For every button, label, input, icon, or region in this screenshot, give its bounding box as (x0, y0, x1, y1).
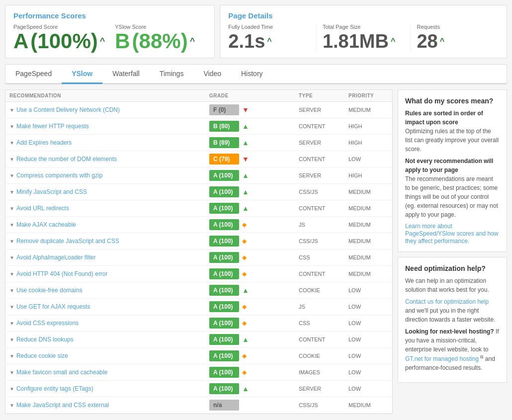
pagespeed-grade: A (13, 31, 28, 52)
rec-link[interactable]: Make fewer HTTP requests (16, 123, 89, 130)
rec-link[interactable]: Remove duplicate JavaScript and CSS (16, 238, 119, 245)
rec-link[interactable]: Use a Content Delivery Network (CDN) (16, 106, 120, 113)
priority-cell: LOW (348, 304, 388, 310)
toggle-arrow[interactable]: ▼ (9, 189, 14, 195)
help-title: Need optimization help? (405, 264, 500, 272)
toggle-arrow[interactable]: ▼ (9, 140, 14, 146)
priority-cell: MEDIUM (348, 222, 388, 228)
rec-link[interactable]: Reduce cookie size (16, 352, 68, 359)
gtnet-link[interactable]: GT.net for managed hosting (405, 355, 479, 362)
toggle-arrow[interactable]: ▼ (9, 157, 14, 162)
rec-cell: ▼ Avoid AlphaImageLoader filter (9, 254, 209, 261)
yslow-value: B (88%) ^ (115, 31, 195, 52)
rec-link[interactable]: Configure entity tags (ETags) (16, 385, 93, 392)
table-row: ▼ Remove duplicate JavaScript and CSS A … (5, 233, 392, 250)
requests-block: Requests 28 ^ (417, 24, 499, 51)
page-size-label: Total Page Size (323, 24, 405, 30)
scores-learn-link[interactable]: Learn more about PageSpeed/YSlow scores … (405, 223, 498, 245)
rec-cell: ▼ Make JavaScript and CSS external (9, 402, 209, 409)
rec-link[interactable]: Compress components with gzip (16, 172, 102, 179)
toggle-arrow[interactable]: ▼ (9, 124, 14, 129)
toggle-arrow[interactable]: ▼ (9, 321, 14, 326)
grade-up-icon: ▲ (242, 336, 249, 343)
grade-bar: B (80) (209, 121, 239, 132)
rec-link[interactable]: Make JavaScript and CSS external (16, 402, 109, 409)
tabs-row: PageSpeed YSlow Waterfall Timings Video … (5, 65, 507, 84)
rec-cell: ▼ Avoid URL redirects (9, 205, 209, 212)
rec-link[interactable]: Make AJAX cacheable (16, 221, 76, 228)
grade-cell: A (100) ▲ (209, 383, 299, 394)
rec-link[interactable]: Avoid HTTP 404 (Not Found) error (16, 270, 108, 277)
priority-cell: LOW (348, 386, 388, 392)
rec-link[interactable]: Make favicon small and cacheable (16, 369, 107, 376)
grade-diamond-icon: ◆ (242, 254, 247, 261)
toggle-arrow[interactable]: ▼ (9, 337, 14, 342)
toggle-arrow[interactable]: ▼ (9, 222, 14, 228)
priority-cell: HIGH (348, 123, 388, 129)
help-p3: Looking for next-level hosting? If you h… (405, 327, 500, 372)
page-details-panel: Page Details Fully Loaded Time 2.1s ^ To… (220, 5, 507, 58)
grade-diamond-icon: ◆ (242, 238, 247, 245)
grade-down-icon: ▼ (242, 155, 249, 163)
toggle-arrow[interactable]: ▼ (9, 239, 14, 244)
priority-cell: HIGH (348, 140, 388, 146)
rec-link[interactable]: Reduce the number of DOM elements (16, 156, 117, 163)
toggle-arrow[interactable]: ▼ (9, 173, 14, 178)
rec-link[interactable]: Use cookie-free domains (16, 287, 83, 294)
table-body: ▼ Use a Content Delivery Network (CDN) F… (5, 102, 392, 414)
col-grade: GRADE (209, 93, 299, 98)
scores-p2-bold: Not every recommendation will apply to y… (405, 158, 493, 173)
grade-diamond-icon: ◆ (242, 320, 247, 327)
rec-link[interactable]: Add Expires headers (16, 139, 72, 146)
toggle-arrow[interactable]: ▼ (9, 288, 14, 293)
grade-bar: A (100) (209, 350, 239, 361)
grade-up-icon: ▲ (242, 171, 249, 179)
type-cell: SERVER (299, 140, 348, 146)
tab-waterfall[interactable]: Waterfall (102, 65, 150, 84)
loaded-time-value: 2.1s ^ (228, 32, 310, 51)
tab-video[interactable]: Video (193, 65, 231, 84)
grade-up-icon: ▲ (242, 188, 249, 196)
table-row: ▼ Add Expires headers B (89) ▲ SERVER HI… (5, 135, 392, 151)
help-p3-bold: Looking for next-level hosting? (405, 328, 494, 335)
grade-bar: A (100) (209, 301, 239, 312)
toggle-arrow[interactable]: ▼ (9, 255, 14, 260)
tab-yslow[interactable]: YSlow (62, 65, 102, 84)
scores-meaning-box: What do my scores mean? Rules are sorted… (398, 89, 507, 252)
toggle-arrow[interactable]: ▼ (9, 370, 14, 375)
toggle-arrow[interactable]: ▼ (9, 304, 14, 310)
contact-link[interactable]: Contact us for optimization help (405, 298, 489, 305)
priority-cell: MEDIUM (348, 205, 388, 211)
loaded-time-arrow: ^ (267, 37, 271, 45)
table-row: ▼ Reduce DNS lookups A (100) ▲ CONTENT L… (5, 332, 392, 348)
toggle-arrow[interactable]: ▼ (9, 403, 14, 408)
grade-bar: A (100) (209, 367, 239, 378)
priority-cell: LOW (348, 369, 388, 375)
tab-pagespeed[interactable]: PageSpeed (5, 65, 62, 84)
rec-link[interactable]: Use GET for AJAX requests (16, 303, 90, 310)
performance-panel: Performance Scores PageSpeed Score A (10… (5, 5, 215, 58)
toggle-arrow[interactable]: ▼ (9, 206, 14, 211)
rec-link[interactable]: Minify JavaScript and CSS (16, 188, 87, 195)
toggle-arrow[interactable]: ▼ (9, 271, 14, 277)
type-cell: IMAGES (299, 369, 348, 375)
tab-timings[interactable]: Timings (150, 65, 194, 84)
toggle-arrow[interactable]: ▼ (9, 353, 14, 359)
grade-cell: A (100) ◆ (209, 318, 299, 329)
page-size-arrow: ^ (391, 37, 395, 45)
type-cell: SERVER (299, 107, 348, 113)
grade-bar: A (100) (209, 383, 239, 394)
priority-cell: MEDIUM (348, 238, 388, 244)
toggle-arrow[interactable]: ▼ (9, 386, 14, 392)
requests-arrow: ^ (440, 37, 444, 45)
tab-history[interactable]: History (231, 65, 273, 84)
rec-link[interactable]: Avoid URL redirects (16, 205, 69, 212)
type-cell: CONTENT (299, 123, 348, 129)
grade-cell: A (100) ◆ (209, 350, 299, 361)
type-cell: CSS/JS (299, 402, 348, 408)
rec-link[interactable]: Avoid AlphaImageLoader filter (16, 254, 96, 261)
rec-link[interactable]: Avoid CSS expressions (16, 320, 79, 327)
scores-row: PageSpeed Score A (100%) ^ YSlow Score B… (13, 24, 206, 52)
toggle-arrow[interactable]: ▼ (9, 107, 14, 113)
rec-link[interactable]: Reduce DNS lookups (16, 336, 74, 343)
